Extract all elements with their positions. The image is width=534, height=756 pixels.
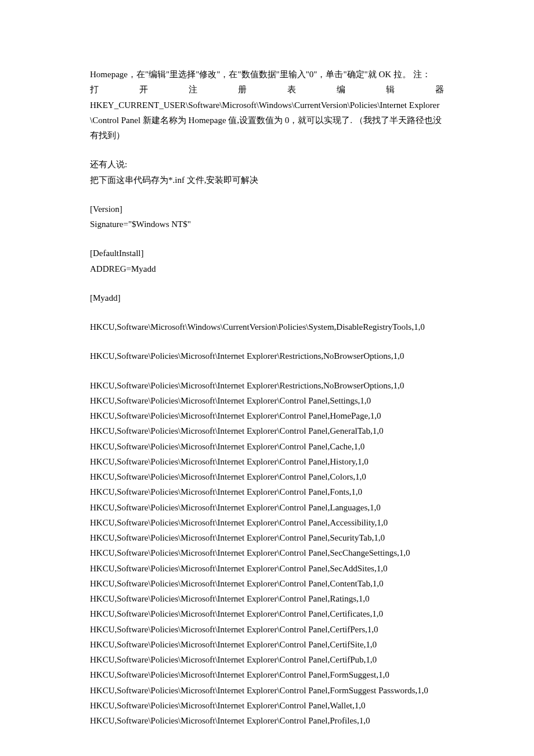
code-line: HKCU,Software\Policies\Microsoft\Interne… bbox=[90, 500, 444, 515]
code-line: HKCU,Software\Policies\Microsoft\Interne… bbox=[90, 454, 444, 469]
code-line: HKCU,Software\Policies\Microsoft\Interne… bbox=[90, 713, 444, 728]
code-line: HKCU,Software\Policies\Microsoft\Interne… bbox=[90, 393, 444, 408]
paragraph-intro-b: 打开注册表编辑器 bbox=[90, 82, 444, 97]
code-line: HKCU,Software\Policies\Microsoft\Interne… bbox=[90, 515, 444, 530]
code-line: [Version] bbox=[90, 201, 444, 217]
code-line: HKCU,Software\Policies\Microsoft\Interne… bbox=[90, 348, 444, 363]
code-line: HKCU,Software\Policies\Microsoft\Interne… bbox=[90, 408, 444, 423]
code-line: HKCU,Software\Policies\Microsoft\Interne… bbox=[90, 606, 444, 621]
code-line: HKCU,Software\Policies\Microsoft\Interne… bbox=[90, 423, 444, 438]
paragraph-intro-c: HKEY_CURRENT_USER\Software\Microsoft\Win… bbox=[90, 98, 444, 143]
code-line: HKCU,Software\Policies\Microsoft\Interne… bbox=[90, 698, 444, 713]
blank-line bbox=[90, 334, 444, 348]
code-line: HKCU,Software\Policies\Microsoft\Interne… bbox=[90, 683, 444, 698]
blank-line bbox=[90, 232, 444, 246]
blank-line bbox=[90, 143, 444, 157]
code-line: HKCU,Software\Microsoft\Windows\CurrentV… bbox=[90, 319, 444, 334]
code-line: HKCU,Software\Policies\Microsoft\Interne… bbox=[90, 561, 444, 576]
code-line: HKCU,Software\Policies\Microsoft\Interne… bbox=[90, 545, 444, 560]
code-line: HKCU,Software\Policies\Microsoft\Interne… bbox=[90, 652, 444, 667]
code-line: HKCU,Software\Policies\Microsoft\Interne… bbox=[90, 622, 444, 637]
paragraph-also-say: 还有人说: bbox=[90, 157, 444, 172]
code-line: HKCU,Software\Policies\Microsoft\Interne… bbox=[90, 439, 444, 454]
code-line: [Myadd] bbox=[90, 290, 444, 305]
code-line: HKCU,Software\Policies\Microsoft\Interne… bbox=[90, 469, 444, 484]
code-line: Signature="$Windows NT$" bbox=[90, 217, 444, 232]
code-line: HKCU,Software\Policies\Microsoft\Interne… bbox=[90, 530, 444, 545]
code-line: HKCU,Software\Policies\Microsoft\Interne… bbox=[90, 576, 444, 591]
blank-line bbox=[90, 188, 444, 201]
blank-line bbox=[90, 276, 444, 290]
paragraph-save-inf: 把下面这串代码存为*.inf 文件,安装即可解决 bbox=[90, 172, 444, 188]
code-line: [DefaultInstall] bbox=[90, 246, 444, 261]
code-line: HKCU,Software\Policies\Microsoft\Interne… bbox=[90, 591, 444, 606]
blank-line bbox=[90, 305, 444, 319]
code-line: HKCU,Software\Policies\Microsoft\Interne… bbox=[90, 378, 444, 393]
code-line: ADDREG=Myadd bbox=[90, 261, 444, 276]
code-line: HKCU,Software\Policies\Microsoft\Interne… bbox=[90, 637, 444, 652]
blank-line bbox=[90, 364, 444, 378]
paragraph-intro-a: Homepage，在"编辑"里选择"修改"，在"数值数据"里输入"0"，单击"确… bbox=[90, 67, 444, 82]
code-line: HKCU,Software\Policies\Microsoft\Interne… bbox=[90, 484, 444, 499]
code-line: HKCU,Software\Policies\Microsoft\Interne… bbox=[90, 667, 444, 682]
document-page: Homepage，在"编辑"里选择"修改"，在"数值数据"里输入"0"，单击"确… bbox=[0, 0, 534, 756]
